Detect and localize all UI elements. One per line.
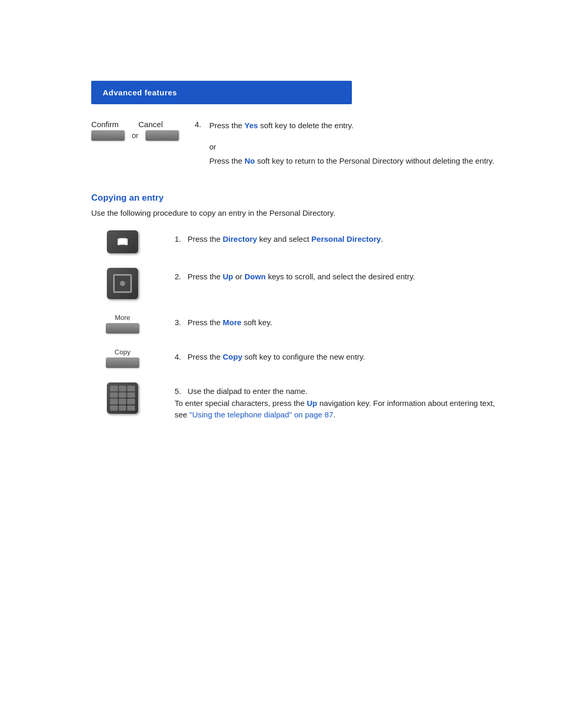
- dp-key-10: [110, 405, 118, 411]
- header-title: Advanced features: [103, 88, 177, 97]
- step1-desc: Press the Directory key and select Perso…: [188, 235, 383, 243]
- delete-section: Confirm Cancel or 4. Press the Yes soft …: [91, 120, 500, 177]
- dp-key-7: [110, 399, 118, 404]
- step2-num: 2.: [175, 272, 181, 281]
- step2-row: 2. Press the Up or Down keys to scroll, …: [91, 268, 500, 299]
- step4-image: Copy: [91, 348, 154, 368]
- step-4-yes: 4. Press the Yes soft key to delete the …: [194, 120, 500, 132]
- step2-image: [91, 268, 154, 299]
- step1-text: 1. Press the Directory key and select Pe…: [175, 230, 500, 245]
- dp-key-8: [119, 399, 127, 404]
- more-label: More: [115, 314, 130, 322]
- cc-buttons: or: [91, 130, 179, 141]
- content-area: Confirm Cancel or 4. Press the Yes soft …: [91, 120, 500, 421]
- step5-row: 5. Use the dialpad to enter the name. To…: [91, 382, 500, 421]
- step4-text: 4. Press the Copy soft key to configure …: [175, 348, 500, 363]
- or-divider: or: [209, 142, 500, 151]
- copying-intro: Use the following procedure to copy an e…: [91, 208, 500, 217]
- nav-key-inner: [113, 274, 132, 293]
- step1-num: 1.: [175, 235, 181, 243]
- step-4-no: Press the No soft key to return to the P…: [194, 155, 500, 167]
- or-text: or: [132, 131, 138, 140]
- step1-image: [91, 230, 154, 253]
- cancel-label: Cancel: [139, 120, 163, 129]
- step4-text: Press the Yes soft key to delete the ent…: [209, 120, 353, 132]
- confirm-label: Confirm: [91, 120, 119, 129]
- nav-key-center: [120, 281, 125, 286]
- dp-key-9: [127, 399, 135, 404]
- delete-right-steps: 4. Press the Yes soft key to delete the …: [194, 120, 500, 177]
- step3-image: More: [91, 314, 154, 334]
- step4c-num: 4.: [175, 352, 181, 361]
- nav-key-icon: [107, 268, 138, 299]
- step2-text: 2. Press the Up or Down keys to scroll, …: [175, 268, 500, 283]
- header-bar: Advanced features: [91, 81, 352, 104]
- step1-row: 1. Press the Directory key and select Pe…: [91, 230, 500, 253]
- confirm-cancel-area: Confirm Cancel or: [91, 120, 179, 141]
- cc-labels: Confirm Cancel: [91, 120, 163, 129]
- step4c-desc: Press the Copy soft key to configure the…: [188, 352, 365, 361]
- dp-key-3: [127, 386, 135, 391]
- dp-key-6: [127, 392, 135, 398]
- step4-no-text: Press the No soft key to return to the P…: [209, 155, 494, 167]
- directory-key-icon: [107, 230, 138, 253]
- copying-heading: Copying an entry: [91, 193, 500, 203]
- dialpad-key-icon: [107, 382, 138, 414]
- dp-key-12: [127, 405, 135, 411]
- dp-key-11: [119, 405, 127, 411]
- dp-key-4: [110, 392, 118, 398]
- confirm-button[interactable]: [91, 130, 125, 141]
- dp-key-2: [119, 386, 127, 391]
- step3-num: 3.: [175, 318, 181, 327]
- copying-section: Copying an entry Use the following proce…: [91, 193, 500, 421]
- step3-text: 3. Press the More soft key.: [175, 314, 500, 329]
- step5-num: 5.: [175, 387, 181, 396]
- page-container: Advanced features Confirm Cancel or: [0, 81, 563, 728]
- step4-num: 4.: [194, 120, 205, 129]
- step5-text: 5. Use the dialpad to enter the name. To…: [175, 382, 500, 421]
- step5-image: [91, 382, 154, 414]
- more-softkey-icon: [106, 323, 139, 334]
- copy-softkey-icon: [106, 357, 139, 368]
- step3-row: More 3. Press the More soft key.: [91, 314, 500, 334]
- step3-desc: Press the More soft key.: [188, 318, 272, 327]
- copy-label: Copy: [115, 348, 130, 356]
- cancel-button[interactable]: [145, 130, 179, 141]
- dp-key-5: [119, 392, 127, 398]
- step2-desc: Press the Up or Down keys to scroll, and…: [188, 272, 415, 281]
- dp-key-1: [110, 386, 118, 391]
- step5-desc: Use the dialpad to enter the name. To en…: [175, 387, 495, 419]
- step4-row: Copy 4. Press the Copy soft key to confi…: [91, 348, 500, 368]
